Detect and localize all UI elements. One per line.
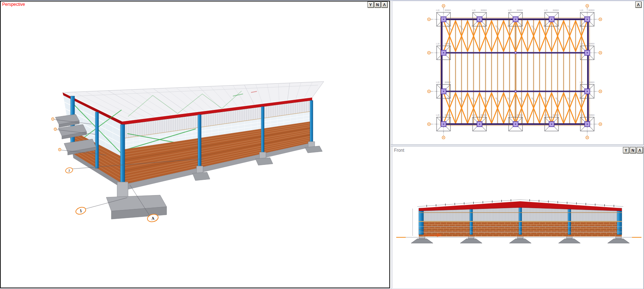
viewport-filter-button[interactable]: Y [367, 1, 374, 8]
viewport-maximize-button[interactable]: Λ [635, 1, 641, 8]
svg-text:300600: 300600 [588, 9, 595, 11]
viewport-n-button[interactable]: N [374, 1, 381, 8]
svg-text:300600: 300600 [445, 114, 451, 116]
svg-text:300600: 300600 [588, 114, 595, 116]
svg-text:1.20: 1.20 [436, 43, 440, 45]
svg-text:300600: 300600 [481, 9, 487, 11]
front-elevation-canvas [393, 146, 643, 288]
grid-bubble-2[interactable]: 2 [65, 167, 73, 174]
svg-text:300600: 300600 [553, 114, 559, 116]
svg-text:1.20: 1.20 [508, 114, 512, 116]
svg-text:1.20: 1.20 [544, 114, 548, 116]
svg-text:1.20: 1.20 [472, 114, 476, 116]
viewport-front[interactable]: Front [392, 146, 643, 288]
svg-text:300600: 300600 [481, 114, 487, 116]
svg-text:300600: 300600 [517, 9, 523, 11]
svg-text:1.20: 1.20 [580, 9, 583, 11]
svg-text:1.20: 1.20 [436, 81, 440, 83]
svg-text:300600: 300600 [445, 81, 451, 83]
svg-text:300600: 300600 [445, 43, 451, 45]
svg-text:300600: 300600 [445, 9, 451, 11]
viewport-title-front: Front [394, 148, 404, 153]
viewport-filter-button[interactable]: Y [623, 147, 629, 153]
viewport-maximize-button[interactable]: Λ [381, 1, 387, 8]
viewport-n-button[interactable]: N [630, 147, 636, 153]
grid-bubble-1[interactable]: 1 [75, 206, 87, 215]
svg-text:1.20: 1.20 [580, 114, 583, 116]
svg-text:1.20: 1.20 [508, 9, 512, 11]
perspective-3d-canvas: 1 A 2 [1, 1, 389, 288]
viewport-plan[interactable]: Ø25 Ø25Ø25 Ø25Ø25 Ø25Ø25 Ø25Ø25 Ø25Ø25 Ø… [392, 1, 643, 144]
svg-text:300600: 300600 [553, 9, 559, 11]
svg-text:1.20: 1.20 [544, 9, 548, 11]
plan-purlins [450, 19, 582, 124]
svg-text:1.20: 1.20 [580, 81, 583, 83]
svg-text:300600: 300600 [588, 81, 595, 83]
plan-drawing-canvas: Ø25 Ø25Ø25 Ø25Ø25 Ø25Ø25 Ø25Ø25 Ø25Ø25 Ø… [393, 1, 643, 144]
viewport-perspective[interactable]: 1 A 2 Perspective [0, 1, 390, 288]
svg-text:1.20: 1.20 [472, 9, 476, 11]
svg-text:300600: 300600 [588, 43, 595, 45]
svg-text:1.20: 1.20 [580, 43, 583, 45]
viewport-maximize-button[interactable]: Λ [637, 147, 643, 153]
svg-text:300600: 300600 [517, 114, 523, 116]
viewport-title-perspective: Perspective [2, 2, 25, 7]
svg-text:1.20: 1.20 [436, 9, 440, 11]
svg-text:1.20: 1.20 [436, 114, 440, 116]
